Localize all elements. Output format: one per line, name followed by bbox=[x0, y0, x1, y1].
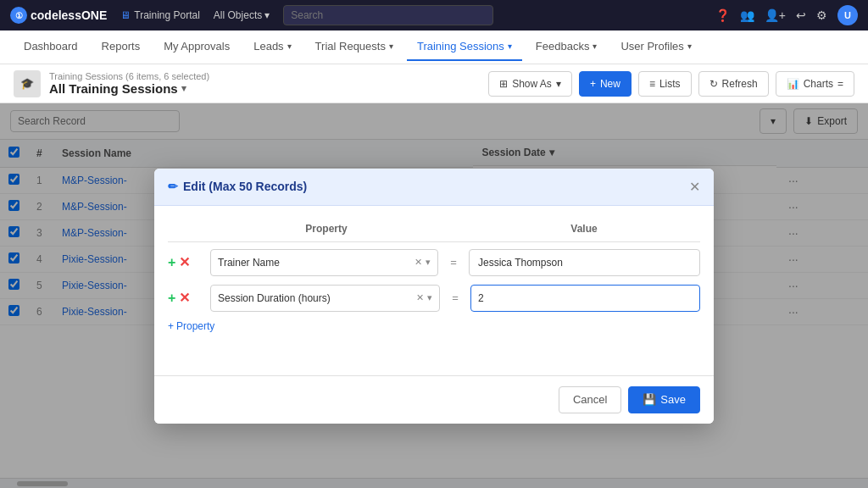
top-navigation: ① codelessONE 🖥 Training Portal All Obje… bbox=[0, 0, 868, 30]
sidebar-item-trial-requests[interactable]: Trial Requests ▾ bbox=[305, 33, 403, 61]
sidebar-item-user-profiles[interactable]: User Profiles ▾ bbox=[610, 33, 701, 61]
portal-icon: 🖥 bbox=[120, 9, 131, 21]
sidebar-item-approvals[interactable]: My Approvals bbox=[153, 33, 240, 61]
add-property-label: Property bbox=[176, 320, 214, 332]
lists-label: Lists bbox=[659, 78, 681, 90]
global-search-input[interactable] bbox=[283, 5, 493, 25]
charts-label: Charts bbox=[804, 78, 833, 90]
lists-icon: ≡ bbox=[649, 78, 655, 90]
charts-icon: 📊 bbox=[787, 78, 799, 90]
page-toolbar: 🎓 Training Sessions (6 items, 6 selected… bbox=[0, 64, 868, 103]
all-objects-button[interactable]: All Objects ▾ bbox=[214, 9, 270, 21]
lists-button[interactable]: ≡ Lists bbox=[638, 71, 692, 97]
row1-equals: = bbox=[443, 256, 464, 269]
row2-remove-button[interactable]: ✕ bbox=[179, 290, 190, 306]
user-profiles-label: User Profiles bbox=[620, 40, 683, 53]
session-duration-input[interactable] bbox=[470, 285, 700, 312]
show-as-icon: ⊞ bbox=[499, 78, 508, 90]
sidebar-item-dashboard[interactable]: Dashboard bbox=[14, 33, 88, 61]
row2-add-button[interactable]: + bbox=[168, 291, 175, 306]
clear-icon: ✕ bbox=[415, 257, 422, 268]
trainer-name-label: Trainer Name bbox=[218, 257, 280, 269]
avatar[interactable]: U bbox=[837, 5, 858, 25]
refresh-label: Refresh bbox=[722, 78, 758, 90]
sidebar-item-reports[interactable]: Reports bbox=[92, 33, 151, 61]
add-property-button[interactable]: + Property bbox=[168, 320, 214, 332]
portal-label: 🖥 Training Portal bbox=[120, 9, 200, 21]
trainer-name-property-select[interactable]: Trainer Name ✕ ▾ bbox=[210, 249, 438, 276]
save-label: Save bbox=[660, 393, 686, 406]
show-as-button[interactable]: ⊞ Show As ▾ bbox=[488, 71, 572, 97]
col-equals-header bbox=[442, 223, 468, 235]
logo-icon: ① bbox=[10, 7, 27, 24]
edit-icon: ✏ bbox=[168, 180, 178, 193]
trial-requests-label: Trial Requests bbox=[315, 40, 386, 53]
new-button[interactable]: + New bbox=[579, 71, 632, 97]
modal-title-text: Edit (Max 50 Records) bbox=[183, 180, 307, 193]
user-profiles-chevron-icon: ▾ bbox=[687, 42, 692, 51]
training-sessions-chevron-icon: ▾ bbox=[508, 42, 512, 51]
show-as-label: Show As bbox=[512, 78, 552, 90]
user-add-icon[interactable]: 👤+ bbox=[765, 8, 786, 22]
leads-chevron-icon: ▾ bbox=[287, 42, 292, 51]
objects-label: All Objects bbox=[214, 9, 262, 21]
dashboard-label: Dashboard bbox=[24, 40, 78, 53]
add-property-plus-icon: + bbox=[168, 320, 174, 332]
modal-columns-header: Property Value bbox=[168, 219, 700, 242]
row1-remove-button[interactable]: ✕ bbox=[179, 254, 190, 270]
session-duration-label: Session Duration (hours) bbox=[218, 292, 331, 304]
feedbacks-label: Feedbacks bbox=[536, 40, 590, 53]
toolbar-subtitle: Training Sessions (6 items, 6 selected) bbox=[49, 71, 209, 81]
approvals-label: My Approvals bbox=[164, 40, 230, 53]
add-property-row: + Property bbox=[168, 320, 700, 332]
toolbar-title-area: Training Sessions (6 items, 6 selected) … bbox=[49, 71, 209, 96]
page-title-text: All Training Sessions bbox=[49, 81, 178, 96]
content-area: ▾ ⬇ Export # Session Name Se bbox=[0, 103, 868, 488]
leads-label: Leads bbox=[253, 40, 283, 53]
users-icon[interactable]: 👥 bbox=[740, 8, 754, 22]
settings-icon[interactable]: ⚙ bbox=[816, 8, 827, 22]
modal-body: Property Value + ✕ Trainer Name ✕ ▾ bbox=[154, 206, 714, 375]
modal-row-trainer: + ✕ Trainer Name ✕ ▾ = Jessica Thompson bbox=[168, 249, 700, 276]
charts-chevron-icon: = bbox=[837, 78, 843, 90]
page-icon: 🎓 bbox=[14, 70, 41, 97]
save-button[interactable]: 💾 Save bbox=[628, 386, 700, 413]
show-as-chevron-icon: ▾ bbox=[556, 78, 561, 90]
modal-row-duration: + ✕ Session Duration (hours) ✕ ▾ = bbox=[168, 285, 700, 312]
cancel-button[interactable]: Cancel bbox=[559, 386, 621, 413]
modal-header: ✏ Edit (Max 50 Records) ✕ bbox=[154, 169, 714, 206]
edit-modal: ✏ Edit (Max 50 Records) ✕ Property Value… bbox=[154, 169, 714, 424]
trainer-name-value: Jessica Thompson bbox=[469, 249, 700, 276]
title-chevron-icon: ▾ bbox=[181, 83, 186, 94]
new-label: New bbox=[600, 78, 620, 90]
modal-overlay: ✏ Edit (Max 50 Records) ✕ Property Value… bbox=[0, 103, 868, 488]
reports-label: Reports bbox=[102, 40, 141, 53]
help-icon[interactable]: ❓ bbox=[715, 8, 730, 22]
session-duration-property-select[interactable]: Session Duration (hours) ✕ ▾ bbox=[210, 285, 440, 312]
nav-icon-group: ❓ 👥 👤+ ↩ ⚙ U bbox=[715, 5, 858, 25]
row1-add-button[interactable]: + bbox=[168, 255, 175, 270]
row2-actions: + ✕ bbox=[168, 290, 205, 306]
refresh-button[interactable]: ↻ Refresh bbox=[698, 71, 769, 97]
sidebar-item-feedbacks[interactable]: Feedbacks ▾ bbox=[526, 33, 608, 61]
col-actions-header bbox=[168, 223, 210, 235]
save-icon: 💾 bbox=[643, 393, 656, 406]
refresh-icon: ↻ bbox=[709, 78, 718, 90]
charts-button[interactable]: 📊 Charts = bbox=[776, 71, 854, 97]
sidebar-item-leads[interactable]: Leads ▾ bbox=[243, 33, 301, 61]
modal-footer: Cancel 💾 Save bbox=[154, 375, 714, 424]
clear-icon2: ✕ bbox=[416, 292, 424, 303]
training-sessions-label: Training Sessions bbox=[417, 40, 504, 53]
modal-close-button[interactable]: ✕ bbox=[689, 179, 700, 195]
col-value-header: Value bbox=[468, 223, 700, 235]
portal-name-text: Training Portal bbox=[134, 9, 200, 21]
row2-equals: = bbox=[445, 291, 465, 304]
modal-title: ✏ Edit (Max 50 Records) bbox=[168, 180, 307, 193]
chevron-down-icon: ▾ bbox=[264, 9, 270, 21]
sidebar-item-training-sessions[interactable]: Training Sessions ▾ bbox=[407, 33, 522, 61]
dropdown-icon2: ▾ bbox=[427, 292, 432, 303]
secondary-navigation: Dashboard Reports My Approvals Leads ▾ T… bbox=[0, 30, 868, 64]
history-icon[interactable]: ↩ bbox=[796, 8, 806, 22]
app-logo: ① codelessONE bbox=[10, 7, 107, 24]
prop-select-icons2: ✕ ▾ bbox=[416, 292, 432, 303]
